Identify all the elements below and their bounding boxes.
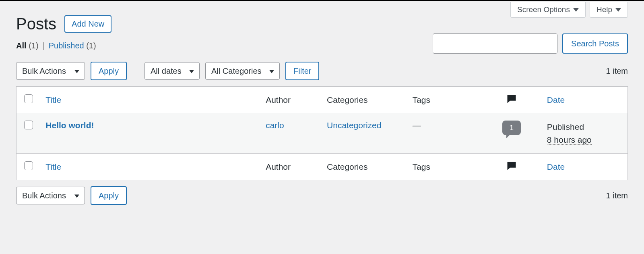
column-date[interactable]: Date	[547, 95, 565, 104]
post-author-link[interactable]: carlo	[266, 121, 284, 130]
apply-button-bottom[interactable]: Apply	[91, 186, 127, 205]
post-date: Published 8 hours ago	[547, 121, 623, 146]
comments-icon	[506, 160, 518, 173]
post-category-link[interactable]: Uncategorized	[327, 121, 381, 130]
column-categories: Categories	[322, 87, 408, 113]
date-filter-select-wrap: All dates	[144, 62, 200, 80]
filter-button[interactable]: Filter	[285, 62, 319, 80]
screen-options-button[interactable]: Screen Options	[510, 2, 586, 18]
column-tags: Tags	[408, 87, 481, 113]
separator: |	[43, 41, 45, 50]
post-tags: —	[408, 113, 481, 154]
column-date-footer[interactable]: Date	[547, 162, 565, 171]
post-title-link[interactable]: Hello world!	[45, 121, 94, 130]
posts-table: Title Author Categories Tags Date Hello …	[16, 86, 628, 180]
bulk-actions-select-wrap-bottom: Bulk Actions	[16, 187, 85, 204]
page-title: Posts	[16, 15, 56, 33]
apply-button[interactable]: Apply	[91, 62, 127, 80]
category-filter-select[interactable]: All Categories	[205, 62, 280, 80]
column-title[interactable]: Title	[45, 95, 61, 104]
caret-down-icon	[573, 8, 579, 12]
column-tags-footer: Tags	[408, 154, 481, 180]
add-new-button[interactable]: Add New	[64, 15, 111, 33]
row-checkbox[interactable]	[24, 121, 33, 129]
comments-icon	[506, 93, 518, 106]
column-author: Author	[261, 87, 322, 113]
date-filter-select[interactable]: All dates	[144, 62, 200, 80]
column-title-footer[interactable]: Title	[45, 162, 61, 171]
filter-published-link[interactable]: Published (1)	[49, 41, 96, 50]
column-categories-footer: Categories	[322, 154, 408, 180]
column-author-footer: Author	[261, 154, 322, 180]
filter-all-link[interactable]: All (1)	[16, 41, 39, 50]
screen-options-label: Screen Options	[517, 5, 570, 14]
comment-count-badge[interactable]: 1	[502, 121, 521, 135]
bulk-actions-select[interactable]: Bulk Actions	[16, 62, 85, 80]
help-button[interactable]: Help	[590, 2, 628, 18]
bulk-actions-select-bottom[interactable]: Bulk Actions	[16, 187, 85, 204]
select-all-checkbox-footer[interactable]	[24, 161, 33, 170]
help-label: Help	[597, 5, 612, 14]
search-posts-button[interactable]: Search Posts	[562, 33, 628, 54]
table-row: Hello world! carlo Uncategorized — 1 Pub…	[17, 113, 628, 154]
select-all-checkbox[interactable]	[24, 94, 33, 103]
category-filter-select-wrap: All Categories	[205, 62, 280, 80]
item-count: 1 item	[606, 67, 628, 76]
caret-down-icon	[615, 8, 621, 12]
search-input[interactable]	[433, 33, 557, 54]
item-count-bottom: 1 item	[606, 191, 628, 200]
bulk-actions-select-wrap: Bulk Actions	[16, 62, 85, 80]
